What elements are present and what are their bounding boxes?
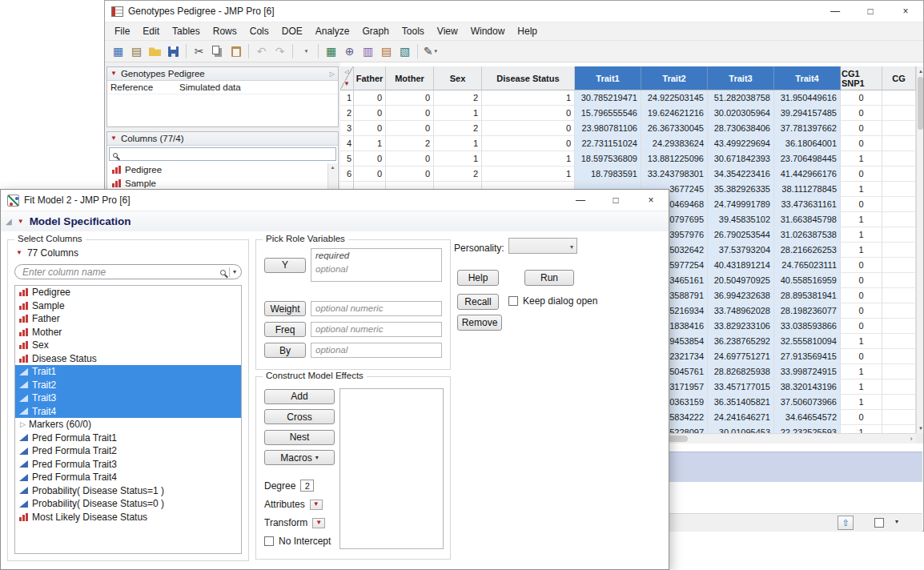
- column-header-father[interactable]: Father: [354, 66, 386, 90]
- cell[interactable]: [882, 212, 916, 227]
- cell[interactable]: 1: [841, 151, 882, 167]
- cell[interactable]: 0: [386, 167, 434, 182]
- status-checkbox[interactable]: [874, 518, 884, 528]
- row-number[interactable]: 3: [340, 121, 354, 136]
- cell[interactable]: 37.781397662: [774, 121, 841, 136]
- columns-menu-icon[interactable]: ▼: [16, 250, 22, 256]
- cell[interactable]: [882, 319, 916, 334]
- cell[interactable]: [882, 273, 916, 288]
- cell[interactable]: [882, 243, 916, 258]
- menu-graph[interactable]: Graph: [356, 24, 395, 38]
- cell[interactable]: [882, 410, 916, 425]
- cell[interactable]: 19.624621216: [641, 106, 708, 121]
- cell[interactable]: 33.829233106: [708, 319, 774, 334]
- grid-corner[interactable]: ◁ ▼: [340, 66, 354, 90]
- cell[interactable]: 1: [841, 182, 882, 197]
- maximize-button[interactable]: □: [598, 190, 633, 211]
- cell[interactable]: 1: [841, 212, 882, 227]
- cell[interactable]: 28.730638406: [708, 121, 774, 136]
- cell[interactable]: 28.216626253: [774, 243, 841, 258]
- cell[interactable]: 0: [386, 106, 434, 121]
- cell[interactable]: 26.367330045: [641, 121, 708, 136]
- cell[interactable]: 33.457177015: [708, 379, 774, 395]
- columns-search-input[interactable]: [121, 150, 332, 159]
- panel-collapse-icon[interactable]: ▷: [330, 70, 335, 78]
- by-role-button[interactable]: By: [264, 343, 306, 358]
- red-triangle-menu-icon[interactable]: ▼: [110, 70, 117, 77]
- cell[interactable]: 36.994232638: [708, 288, 774, 303]
- split-columns-button[interactable]: ▥: [359, 42, 377, 61]
- cell[interactable]: 37.506073966: [774, 395, 841, 410]
- cell[interactable]: 0: [841, 121, 882, 136]
- freq-role-button[interactable]: Freq: [264, 322, 306, 337]
- save-button[interactable]: [164, 42, 183, 61]
- cell[interactable]: 41.442966176: [774, 167, 841, 182]
- cell[interactable]: [882, 136, 916, 151]
- menu-view[interactable]: View: [431, 24, 464, 38]
- cell[interactable]: 2: [434, 167, 482, 182]
- maximize-button[interactable]: □: [853, 1, 888, 22]
- no-intercept-checkbox[interactable]: [264, 536, 274, 546]
- table-window-titlebar[interactable]: Genotypes Pedigree - JMP Pro [6] — □ ×: [105, 1, 923, 22]
- cell[interactable]: 1: [841, 379, 882, 395]
- cell[interactable]: 0: [841, 136, 882, 151]
- cell[interactable]: 1: [434, 151, 482, 167]
- cell[interactable]: 51.282038758: [708, 90, 774, 106]
- weight-role-button[interactable]: Weight: [264, 301, 306, 316]
- menu-help[interactable]: Help: [511, 24, 544, 38]
- cell[interactable]: 22.731151024: [575, 136, 641, 151]
- outline-disclosure-icon[interactable]: ◢: [6, 218, 12, 226]
- paste-button[interactable]: [227, 42, 245, 61]
- search-button[interactable]: ▾: [296, 42, 315, 61]
- cell[interactable]: 27.913569415: [774, 349, 841, 364]
- cell[interactable]: 36.351405821: [708, 395, 774, 410]
- cell[interactable]: 13.881225096: [641, 151, 708, 167]
- y-drop-zone[interactable]: requiredoptional: [311, 248, 442, 282]
- cell[interactable]: 43.499229694: [708, 136, 774, 151]
- cell[interactable]: 33.038593866: [774, 319, 841, 334]
- cell[interactable]: [882, 197, 916, 212]
- scroll-right-icon[interactable]: ›: [906, 434, 916, 444]
- column-search-input[interactable]: [22, 267, 217, 278]
- menu-rows[interactable]: Rows: [207, 24, 243, 38]
- cell[interactable]: 31.663845798: [774, 212, 841, 227]
- model-effects-list[interactable]: [339, 388, 444, 549]
- script-button[interactable]: ✎▾: [421, 42, 440, 61]
- cell[interactable]: 0: [841, 90, 882, 106]
- row-number[interactable]: 1: [340, 90, 354, 106]
- cell[interactable]: [882, 258, 916, 273]
- menu-tables[interactable]: Tables: [166, 24, 207, 38]
- column-item-pred-formula-trait2[interactable]: Pred Formula Trait2: [15, 444, 241, 458]
- column-header-trait4[interactable]: Trait4: [774, 66, 841, 90]
- cell[interactable]: 36.18064001: [774, 136, 841, 151]
- row-number[interactable]: 2: [340, 106, 354, 121]
- cell[interactable]: 33.998724915: [774, 364, 841, 379]
- cell[interactable]: 1: [482, 90, 575, 106]
- script-dropdown-icon[interactable]: ▾: [435, 48, 438, 54]
- menu-cols[interactable]: Cols: [243, 24, 275, 38]
- cell[interactable]: 24.749991789: [708, 197, 774, 212]
- menu-doe[interactable]: DOE: [275, 24, 309, 38]
- cell[interactable]: [882, 90, 916, 106]
- cell[interactable]: 2: [434, 121, 482, 136]
- row-number[interactable]: 4: [340, 136, 354, 151]
- cell[interactable]: 22.232525593: [774, 425, 841, 433]
- column-item-mother[interactable]: Mother: [15, 326, 241, 339]
- recall-button[interactable]: Recall: [457, 294, 499, 310]
- row-number[interactable]: 5: [340, 151, 354, 167]
- column-header-trait3[interactable]: Trait3: [708, 66, 774, 90]
- cell[interactable]: 0: [841, 349, 882, 364]
- menu-edit[interactable]: Edit: [136, 24, 166, 38]
- add-button[interactable]: Add: [264, 389, 335, 404]
- cell[interactable]: 15.796555546: [575, 106, 641, 121]
- cell[interactable]: 2: [386, 136, 434, 151]
- cell[interactable]: 38.111278845: [774, 182, 841, 197]
- cell[interactable]: 1: [841, 364, 882, 379]
- minimize-button[interactable]: —: [818, 1, 853, 22]
- column-item-sex[interactable]: Sex: [15, 339, 241, 352]
- model-specification-header[interactable]: ◢ ▼ Model Specification: [1, 211, 669, 231]
- cell[interactable]: 26.790253544: [708, 227, 774, 243]
- menu-window[interactable]: Window: [464, 24, 512, 38]
- cell[interactable]: 1: [841, 425, 882, 433]
- menu-analyze[interactable]: Analyze: [309, 24, 356, 38]
